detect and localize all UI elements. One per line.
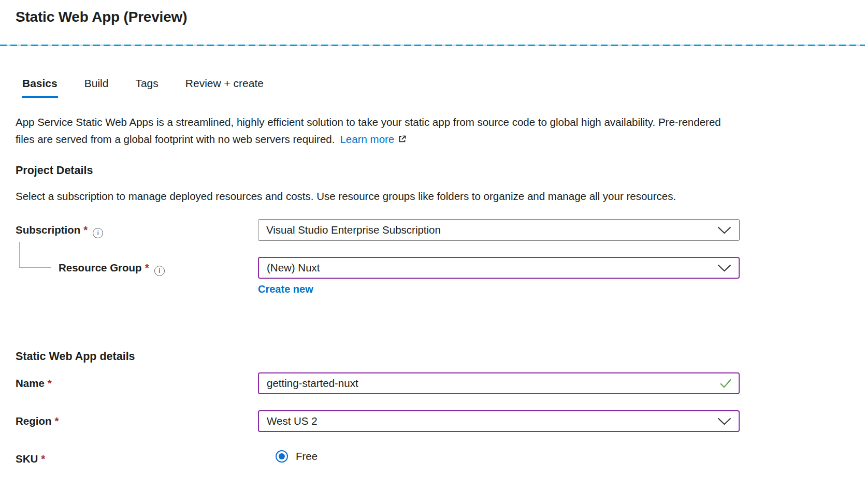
app-details-form: Name* Region* West US 2 SKU* Free (16, 372, 849, 465)
intro-paragraph: App Service Static Web Apps is a streaml… (16, 113, 741, 149)
subscription-select[interactable]: Visual Studio Enterprise Subscription (258, 219, 740, 241)
sku-label-text: SKU (16, 453, 38, 465)
radio-selected-icon (276, 450, 288, 463)
required-asterisk: * (145, 262, 149, 273)
page-title: Static Web App (Preview) (16, 8, 849, 26)
subscription-row: Subscription*i Visual Studio Enterprise … (16, 219, 849, 241)
resource-group-value: (New) Nuxt (267, 262, 320, 274)
region-label: Region* (16, 410, 258, 427)
required-asterisk: * (48, 377, 52, 389)
sku-radio-free[interactable]: Free (276, 450, 318, 463)
external-link-icon (397, 132, 407, 149)
sku-label: SKU* (16, 448, 258, 465)
project-details-heading: Project Details (16, 164, 849, 177)
tab-tags[interactable]: Tags (135, 76, 158, 98)
subscription-label-text: Subscription (16, 224, 80, 236)
page-header: Static Web App (Preview) (0, 0, 865, 26)
project-details-form: Subscription*i Visual Studio Enterprise … (16, 219, 849, 295)
subscription-label: Subscription*i (16, 219, 258, 238)
subscription-value: Visual Studio Enterprise Subscription (266, 224, 441, 236)
info-icon[interactable]: i (154, 266, 165, 276)
name-control (258, 372, 740, 394)
tab-basics[interactable]: Basics (22, 76, 58, 98)
create-new-link[interactable]: Create new (258, 283, 313, 295)
static-web-app-details-heading: Static Web App details (16, 350, 849, 363)
tab-bar: Basics Build Tags Review + create (16, 76, 849, 98)
resource-group-select[interactable]: (New) Nuxt (258, 257, 740, 279)
sku-row: SKU* Free (16, 448, 849, 465)
sku-options: Free (258, 448, 740, 463)
name-label: Name* (16, 372, 258, 390)
region-row: Region* West US 2 (16, 410, 849, 432)
region-control: West US 2 (258, 410, 740, 432)
required-asterisk: * (83, 224, 88, 236)
name-label-text: Name (16, 377, 45, 389)
required-asterisk: * (54, 415, 59, 427)
tab-review-create[interactable]: Review + create (185, 76, 264, 98)
learn-more-link[interactable]: Learn more (340, 133, 407, 145)
resource-group-row: Resource Group*i (New) Nuxt Create new (16, 257, 849, 295)
project-details-description: Select a subscription to manage deployed… (16, 188, 741, 205)
region-select[interactable]: West US 2 (258, 410, 740, 432)
name-input[interactable] (258, 372, 740, 394)
resource-group-control: (New) Nuxt Create new (258, 257, 740, 295)
tab-build[interactable]: Build (84, 76, 109, 98)
info-icon[interactable]: i (93, 228, 103, 238)
subscription-control: Visual Studio Enterprise Subscription (258, 219, 740, 241)
dashed-divider (0, 45, 865, 46)
resource-group-label: Resource Group*i (16, 257, 258, 276)
required-asterisk: * (41, 453, 45, 465)
region-value: West US 2 (267, 415, 318, 427)
name-row: Name* (16, 372, 849, 394)
region-label-text: Region (16, 415, 51, 427)
sku-option-label: Free (296, 450, 318, 463)
resource-group-label-text: Resource Group (59, 262, 142, 273)
subscription-resource-group-connector (19, 242, 51, 268)
learn-more-label: Learn more (340, 133, 394, 145)
